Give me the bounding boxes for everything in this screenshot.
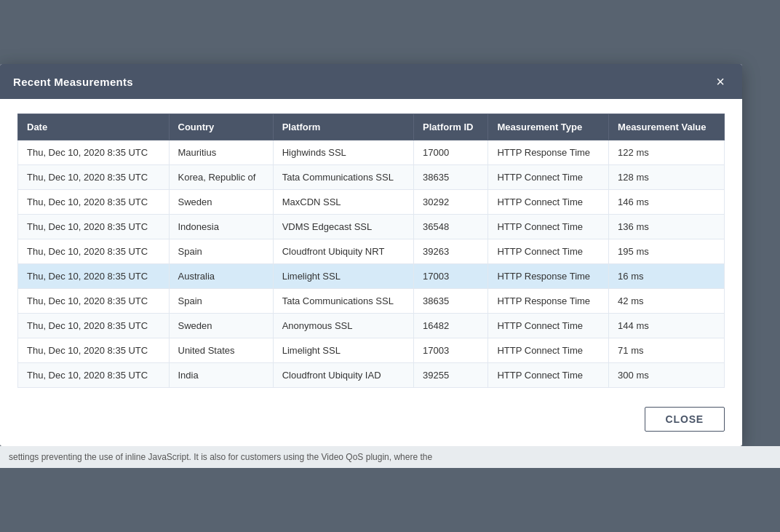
col-measurement-value: Measurement Value bbox=[609, 114, 725, 140]
cell-measurement_type: HTTP Connect Time bbox=[488, 363, 609, 388]
cell-platform_id: 17003 bbox=[414, 264, 488, 289]
cell-platform_id: 36548 bbox=[414, 215, 488, 239]
table-header-row: Date Country Platform Platform ID Measur… bbox=[18, 114, 725, 140]
cell-measurement_value: 122 ms bbox=[609, 140, 725, 165]
cell-country: Mauritius bbox=[169, 140, 273, 165]
cell-platform: Limelight SSL bbox=[273, 264, 413, 289]
cell-measurement_type: HTTP Connect Time bbox=[488, 165, 609, 190]
cell-date: Thu, Dec 10, 2020 8:35 UTC bbox=[18, 338, 170, 363]
cell-platform_id: 39255 bbox=[414, 363, 488, 388]
modal-title: Recent Measurements bbox=[13, 76, 133, 88]
close-button[interactable]: CLOSE bbox=[645, 407, 725, 432]
cell-measurement_type: HTTP Connect Time bbox=[488, 338, 609, 363]
cell-measurement_value: 146 ms bbox=[609, 190, 725, 215]
cell-platform_id: 38635 bbox=[414, 165, 488, 190]
cell-platform: Anonymous SSL bbox=[273, 314, 413, 338]
cell-platform: Cloudfront Ubiquity IAD bbox=[273, 363, 413, 388]
cell-date: Thu, Dec 10, 2020 8:35 UTC bbox=[18, 239, 170, 264]
cell-platform: Tata Communications SSL bbox=[273, 289, 413, 314]
cell-measurement_value: 136 ms bbox=[609, 215, 725, 239]
cell-platform_id: 17003 bbox=[414, 338, 488, 363]
modal-header: Recent Measurements × bbox=[0, 64, 742, 99]
cell-country: Sweden bbox=[169, 190, 273, 215]
cell-date: Thu, Dec 10, 2020 8:35 UTC bbox=[18, 289, 170, 314]
cell-platform: Tata Communications SSL bbox=[273, 165, 413, 190]
cell-country: Spain bbox=[169, 239, 273, 264]
cell-date: Thu, Dec 10, 2020 8:35 UTC bbox=[18, 215, 170, 239]
col-date: Date bbox=[18, 114, 170, 140]
cell-platform_id: 30292 bbox=[414, 190, 488, 215]
cell-measurement_type: HTTP Connect Time bbox=[488, 190, 609, 215]
table-row: Thu, Dec 10, 2020 8:35 UTCMauritiusHighw… bbox=[18, 140, 725, 165]
cell-country: India bbox=[169, 363, 273, 388]
modal-body: Date Country Platform Platform ID Measur… bbox=[0, 99, 742, 395]
table-row: Thu, Dec 10, 2020 8:35 UTCSpainTata Comm… bbox=[18, 289, 725, 314]
cell-platform_id: 39263 bbox=[414, 239, 488, 264]
recent-measurements-modal: Recent Measurements × Date Country Platf… bbox=[0, 64, 742, 446]
cell-date: Thu, Dec 10, 2020 8:35 UTC bbox=[18, 165, 170, 190]
cell-date: Thu, Dec 10, 2020 8:35 UTC bbox=[18, 190, 170, 215]
cell-measurement_value: 300 ms bbox=[609, 363, 725, 388]
cell-platform_id: 16482 bbox=[414, 314, 488, 338]
cell-measurement_value: 16 ms bbox=[609, 264, 725, 289]
cell-country: Sweden bbox=[169, 314, 273, 338]
cell-measurement_type: HTTP Connect Time bbox=[488, 239, 609, 264]
cell-platform: Limelight SSL bbox=[273, 338, 413, 363]
cell-date: Thu, Dec 10, 2020 8:35 UTC bbox=[18, 264, 170, 289]
measurements-table: Date Country Platform Platform ID Measur… bbox=[17, 114, 725, 388]
cell-country: Spain bbox=[169, 289, 273, 314]
col-platform: Platform bbox=[273, 114, 413, 140]
table-body: Thu, Dec 10, 2020 8:35 UTCMauritiusHighw… bbox=[18, 140, 725, 388]
cell-measurement_type: HTTP Response Time bbox=[488, 264, 609, 289]
cell-measurement_type: HTTP Connect Time bbox=[488, 314, 609, 338]
col-measurement-type: Measurement Type bbox=[488, 114, 609, 140]
modal-overlay: Recent Measurements × Date Country Platf… bbox=[0, 0, 780, 532]
cell-measurement_type: HTTP Connect Time bbox=[488, 215, 609, 239]
cell-measurement_type: HTTP Response Time bbox=[488, 140, 609, 165]
bottom-bar: settings preventing the use of inline Ja… bbox=[0, 446, 780, 468]
modal-close-x-button[interactable]: × bbox=[712, 73, 729, 90]
cell-country: Australia bbox=[169, 264, 273, 289]
cell-measurement_value: 42 ms bbox=[609, 289, 725, 314]
cell-measurement_type: HTTP Response Time bbox=[488, 289, 609, 314]
cell-measurement_value: 144 ms bbox=[609, 314, 725, 338]
cell-country: Indonesia bbox=[169, 215, 273, 239]
col-platform-id: Platform ID bbox=[414, 114, 488, 140]
cell-platform: Cloudfront Ubiquity NRT bbox=[273, 239, 413, 264]
cell-platform: Highwinds SSL bbox=[273, 140, 413, 165]
cell-platform_id: 38635 bbox=[414, 289, 488, 314]
table-row: Thu, Dec 10, 2020 8:35 UTCIndiaCloudfron… bbox=[18, 363, 725, 388]
cell-measurement_value: 71 ms bbox=[609, 338, 725, 363]
table-row: Thu, Dec 10, 2020 8:35 UTCSwedenAnonymou… bbox=[18, 314, 725, 338]
cell-measurement_value: 128 ms bbox=[609, 165, 725, 190]
table-row: Thu, Dec 10, 2020 8:35 UTCSwedenMaxCDN S… bbox=[18, 190, 725, 215]
table-row: Thu, Dec 10, 2020 8:35 UTCSpainCloudfron… bbox=[18, 239, 725, 264]
table-row: Thu, Dec 10, 2020 8:35 UTCIndonesiaVDMS … bbox=[18, 215, 725, 239]
cell-date: Thu, Dec 10, 2020 8:35 UTC bbox=[18, 314, 170, 338]
cell-date: Thu, Dec 10, 2020 8:35 UTC bbox=[18, 363, 170, 388]
cell-country: Korea, Republic of bbox=[169, 165, 273, 190]
col-country: Country bbox=[169, 114, 273, 140]
cell-platform: MaxCDN SSL bbox=[273, 190, 413, 215]
cell-platform: VDMS Edgecast SSL bbox=[273, 215, 413, 239]
table-row: Thu, Dec 10, 2020 8:35 UTCUnited StatesL… bbox=[18, 338, 725, 363]
cell-country: United States bbox=[169, 338, 273, 363]
cell-platform_id: 17000 bbox=[414, 140, 488, 165]
table-row: Thu, Dec 10, 2020 8:35 UTCKorea, Republi… bbox=[18, 165, 725, 190]
cell-date: Thu, Dec 10, 2020 8:35 UTC bbox=[18, 140, 170, 165]
cell-measurement_value: 195 ms bbox=[609, 239, 725, 264]
table-row: Thu, Dec 10, 2020 8:35 UTCAustraliaLimel… bbox=[18, 264, 725, 289]
table-header: Date Country Platform Platform ID Measur… bbox=[18, 114, 725, 140]
modal-footer: CLOSE bbox=[0, 395, 742, 446]
